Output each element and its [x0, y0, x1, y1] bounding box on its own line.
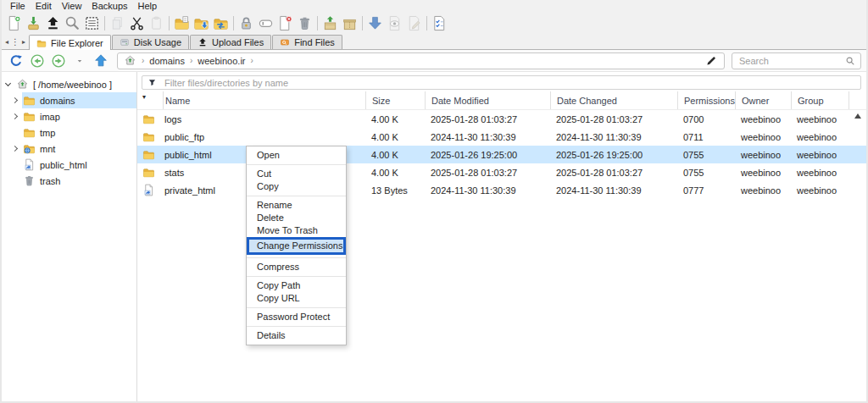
menu-file[interactable]: File — [5, 1, 31, 12]
folder-sync-button[interactable] — [211, 14, 231, 33]
file-row-public-ftp[interactable]: public_ftp4.00 K2024-11-30 11:30:392024-… — [137, 128, 866, 146]
cell-changed: 2025-01-28 01:03:27 — [550, 114, 677, 124]
context-item-compress[interactable]: Compress — [247, 261, 346, 273]
sort-desc-icon: ▾ — [142, 93, 146, 101]
cell-name: public_ftp — [163, 132, 365, 142]
header-spacer — [849, 91, 866, 109]
context-item-password-protect[interactable]: Password Protect — [247, 311, 346, 323]
context-item-copy-path[interactable]: Copy Path — [247, 279, 346, 292]
tab-scroll-left-icon[interactable]: ◂ — [5, 38, 8, 46]
tree-item-public-html[interactable]: public_html — [2, 157, 136, 173]
folder-globe-icon — [23, 142, 36, 155]
column-header-size[interactable]: Size — [365, 91, 425, 109]
tree-item-label: imap — [40, 112, 60, 122]
chevron-right-icon: › — [251, 56, 253, 65]
context-item-details[interactable]: Details — [247, 329, 346, 342]
tree-item-label: mnt — [40, 144, 55, 154]
paste-icon — [148, 15, 164, 31]
tab-scroll-right-icon[interactable]: ▸ — [22, 38, 25, 46]
new-file-icon — [6, 15, 22, 31]
compress-button[interactable] — [340, 14, 359, 33]
tree-item-label: domains — [40, 96, 75, 106]
menu-help[interactable]: Help — [133, 1, 163, 12]
get-icon — [25, 15, 42, 31]
tree-item-tmp[interactable]: tmp — [2, 124, 136, 141]
get-button[interactable] — [24, 14, 43, 33]
edit-path-button[interactable] — [705, 54, 718, 67]
tree-item-mnt[interactable]: mnt — [2, 141, 136, 157]
rename-button[interactable] — [256, 14, 275, 33]
chevron-right-icon[interactable] — [12, 97, 19, 104]
tree-item-imap[interactable]: imap — [2, 108, 136, 124]
new-file-button[interactable] — [4, 14, 24, 33]
breadcrumb-segment-weebinoo-ir[interactable]: weebinoo.ir — [198, 56, 245, 66]
lock-button[interactable] — [236, 14, 256, 33]
context-menu: OpenCutCopyRenameDeleteMove To TrashChan… — [246, 146, 347, 345]
sort-indicator[interactable]: ▾ — [137, 91, 163, 109]
extract-button[interactable] — [320, 14, 340, 33]
paste-button — [147, 14, 166, 33]
download-button[interactable] — [365, 14, 385, 33]
context-item-cut[interactable]: Cut — [247, 168, 346, 180]
refresh-button[interactable] — [7, 52, 25, 70]
caret-icon — [75, 57, 84, 65]
filter-input[interactable] — [163, 77, 855, 89]
back-button[interactable] — [28, 52, 47, 70]
delete-file-button[interactable] — [275, 14, 295, 33]
search-input[interactable] — [737, 55, 842, 67]
cell-size: 4.00 K — [365, 168, 425, 178]
breadcrumb[interactable]: ›domains›weebinoo.ir› — [117, 52, 725, 69]
trash-button[interactable] — [295, 14, 314, 33]
select-all-button[interactable] — [82, 14, 102, 33]
tab-find-files[interactable]: Find Files — [272, 35, 342, 49]
menu-edit[interactable]: Edit — [31, 1, 57, 12]
column-header-date-modified[interactable]: Date Modified — [425, 91, 550, 109]
tree-item-trash[interactable]: trash — [2, 173, 136, 189]
sidebar-tree: [ /home/weebinoo ] domainsimaptmpmntpubl… — [2, 72, 137, 401]
context-item-copy-url[interactable]: Copy URL — [247, 292, 346, 305]
forward-button[interactable] — [49, 52, 68, 70]
column-header-group[interactable]: Group — [791, 91, 849, 109]
context-item-rename[interactable]: Rename — [247, 199, 346, 212]
context-item-change-permissions[interactable]: Change Permissions — [247, 237, 346, 255]
cell-modified: 2024-11-30 11:30:39 — [425, 132, 550, 142]
column-header-owner[interactable]: Owner — [735, 91, 791, 109]
upload-button[interactable] — [43, 14, 63, 33]
extract-icon — [322, 15, 338, 31]
folder-new-button[interactable] — [172, 14, 192, 33]
file-row-logs[interactable]: logs4.00 K2025-01-28 01:03:272025-01-28 … — [137, 110, 866, 128]
column-header-date-changed[interactable]: Date Changed — [550, 91, 677, 109]
column-header-permissions[interactable]: Permissions — [677, 91, 735, 109]
up-button[interactable] — [92, 52, 110, 70]
context-item-move-to-trash[interactable]: Move To Trash — [247, 224, 346, 237]
folder-icon-cell — [137, 113, 163, 125]
folder-down-button[interactable] — [192, 14, 211, 33]
refresh-icon — [8, 53, 24, 69]
menu-backups[interactable]: Backups — [86, 1, 132, 12]
tab-upload-files[interactable]: Upload Files — [190, 35, 271, 49]
tab-disk-usage[interactable]: Disk Usage — [112, 35, 189, 49]
tab-file-explorer[interactable]: File Explorer — [29, 35, 111, 50]
context-item-copy[interactable]: Copy — [247, 180, 346, 193]
column-header-name[interactable]: Name — [163, 91, 365, 109]
chevron-right-icon[interactable] — [12, 113, 19, 120]
up-icon — [93, 53, 108, 69]
context-item-delete[interactable]: Delete — [247, 212, 346, 224]
symlink-icon-cell — [137, 184, 163, 196]
scrollbar-up-icon[interactable] — [854, 113, 861, 119]
cut-button[interactable] — [127, 14, 147, 33]
chevron-right-icon: › — [190, 56, 192, 65]
context-item-open[interactable]: Open — [247, 149, 346, 162]
cell-group: weebinoo — [791, 132, 849, 142]
caret-button[interactable] — [70, 52, 89, 70]
tab-grip-icon[interactable]: ⋮ — [11, 37, 19, 47]
breadcrumb-segment-domains[interactable]: domains — [149, 56, 185, 66]
details-button[interactable] — [430, 14, 449, 33]
tree-item-domains[interactable]: domains — [2, 92, 136, 108]
menu-view[interactable]: View — [57, 1, 87, 12]
chevron-down-icon[interactable] — [5, 80, 12, 88]
home-icon — [124, 54, 136, 67]
tree-root-home[interactable]: [ /home/weebinoo ] — [2, 76, 136, 92]
chevron-right-icon[interactable] — [12, 145, 19, 152]
search-button[interactable] — [63, 14, 82, 33]
